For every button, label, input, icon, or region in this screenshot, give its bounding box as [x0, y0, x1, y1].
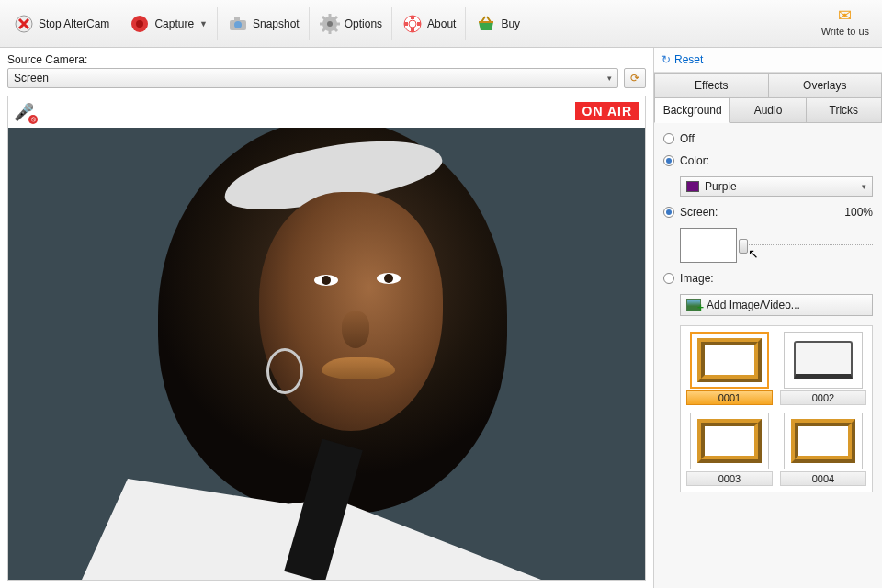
tabs-primary: Effects Overlays [654, 73, 882, 98]
write-to-us-button[interactable]: ✉ Write to us [816, 4, 875, 39]
bg-screen-percent: 100% [844, 206, 873, 219]
thumb-caption: 0003 [686, 471, 773, 486]
chevron-down-icon: ▾ [862, 182, 866, 191]
thumb-caption: 0002 [780, 390, 866, 405]
thumb-caption: 0004 [780, 471, 866, 486]
content-area: Source Camera: Screen ▾ ⟳ 🎤⦸ ON AIR [0, 48, 882, 588]
screen-opacity-slider[interactable]: ↖ [742, 237, 873, 254]
source-camera-label: Source Camera: [7, 53, 646, 66]
bg-option-off[interactable]: Off [663, 132, 873, 145]
svg-line-12 [322, 17, 326, 20]
radio-color[interactable] [663, 155, 674, 166]
left-pane: Source Camera: Screen ▾ ⟳ 🎤⦸ ON AIR [0, 48, 654, 588]
reset-label: Reset [674, 53, 703, 66]
separator [119, 7, 119, 40]
reset-button[interactable]: ↻Reset [654, 48, 882, 73]
svg-line-14 [334, 17, 337, 20]
source-controls: Screen ▾ ⟳ [7, 68, 646, 88]
cursor-icon: ↖ [748, 246, 759, 261]
add-image-label: Add Image/Video... [707, 299, 800, 311]
reset-icon: ↻ [662, 53, 671, 66]
write-to-us-label: Write to us [821, 26, 869, 37]
bg-image-thumbnails: 0001 0002 0003 0004 [680, 325, 873, 492]
preview-header: 🎤⦸ ON AIR [8, 96, 645, 128]
basket-icon [475, 13, 497, 35]
separator [465, 7, 466, 40]
capture-label: Capture [154, 17, 194, 30]
screen-region-thumb[interactable] [680, 228, 737, 263]
bg-color-value: Purple [705, 180, 737, 193]
about-button[interactable]: About [394, 9, 463, 39]
svg-rect-4 [234, 17, 240, 21]
bg-option-screen-row: Screen: 100% [663, 206, 873, 219]
tab-tricks[interactable]: Tricks [807, 98, 882, 123]
options-button[interactable]: Options [311, 9, 390, 39]
refresh-icon: ⟳ [630, 72, 639, 85]
chevron-down-icon: ▾ [607, 74, 612, 83]
capture-button[interactable]: Capture ▼ [121, 9, 215, 39]
tab-background[interactable]: Background [654, 98, 730, 123]
color-swatch [686, 181, 699, 192]
mic-muted-icon[interactable]: 🎤⦸ [14, 102, 34, 122]
tab-overlays[interactable]: Overlays [769, 73, 883, 98]
thumb-caption: 0001 [686, 390, 773, 405]
lifebuoy-icon [401, 13, 424, 35]
bg-thumb-0003[interactable]: 0003 [686, 413, 773, 486]
camera-icon [227, 13, 249, 35]
picture-plus-icon [686, 299, 701, 311]
slider-track [742, 244, 873, 245]
bg-thumb-0002[interactable]: 0002 [780, 332, 866, 405]
tabs-secondary: Background Audio Tricks [654, 98, 882, 123]
gear-icon [319, 13, 341, 35]
bg-option-color[interactable]: Color: [663, 154, 873, 167]
background-panel: Off Color: Purple ▾ Screen: 100% [654, 123, 882, 588]
separator [391, 7, 392, 40]
main-toolbar: Stop AlterCam Capture ▼ Snapshot Options… [0, 0, 882, 48]
add-image-video-button[interactable]: Add Image/Video... [680, 294, 873, 316]
chevron-down-icon: ▼ [199, 19, 208, 28]
tab-effects[interactable]: Effects [654, 73, 769, 98]
stop-altercam-button[interactable]: Stop AlterCam [6, 9, 117, 39]
bg-color-select[interactable]: Purple ▾ [680, 176, 873, 197]
separator [217, 7, 218, 40]
stop-label: Stop AlterCam [39, 17, 109, 30]
right-panel: ↻Reset Effects Overlays Background Audio… [654, 48, 882, 588]
stop-icon [13, 13, 35, 35]
svg-point-2 [136, 20, 143, 28]
svg-line-13 [334, 28, 337, 31]
source-camera-select[interactable]: Screen ▾ [7, 68, 618, 88]
bg-option-image[interactable]: Image: [663, 272, 873, 285]
bg-off-label: Off [680, 132, 695, 145]
snapshot-button[interactable]: Snapshot [220, 9, 307, 39]
on-air-badge: ON AIR [575, 102, 639, 120]
radio-screen[interactable] [663, 207, 674, 218]
separator [309, 7, 310, 40]
slider-handle[interactable] [739, 239, 748, 254]
svg-point-17 [409, 20, 416, 28]
source-selected-value: Screen [14, 72, 49, 85]
screen-slider-row: ↖ [680, 228, 873, 263]
tab-audio[interactable]: Audio [730, 98, 806, 123]
bg-thumb-0001[interactable]: 0001 [686, 332, 773, 405]
bg-thumb-0004[interactable]: 0004 [780, 413, 866, 486]
about-label: About [427, 17, 456, 30]
bg-image-label: Image: [680, 272, 714, 285]
svg-point-7 [327, 21, 333, 27]
svg-point-5 [234, 21, 242, 28]
buy-label: Buy [501, 17, 520, 30]
bg-option-screen[interactable]: Screen: [663, 206, 718, 219]
mail-icon: ✉ [821, 6, 869, 26]
video-preview [8, 128, 645, 580]
record-icon [129, 13, 151, 35]
preview-container: 🎤⦸ ON AIR [7, 96, 646, 581]
source-camera-row: Source Camera: Screen ▾ ⟳ [0, 48, 653, 92]
snapshot-label: Snapshot [253, 17, 300, 30]
bg-screen-label: Screen: [680, 206, 718, 219]
bg-color-label: Color: [680, 154, 709, 167]
svg-line-15 [322, 28, 326, 31]
radio-off[interactable] [663, 133, 674, 144]
buy-button[interactable]: Buy [468, 9, 527, 39]
options-label: Options [345, 17, 382, 30]
radio-image[interactable] [663, 273, 674, 284]
refresh-sources-button[interactable]: ⟳ [624, 68, 646, 88]
